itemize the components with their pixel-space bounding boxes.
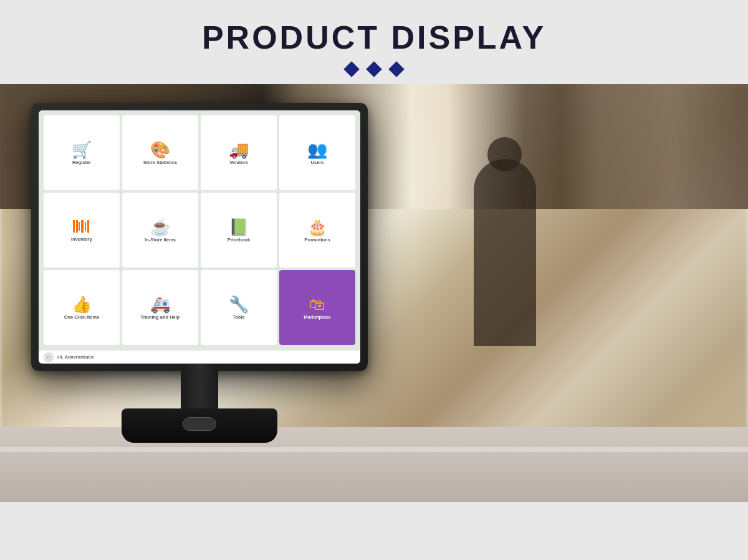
oneclick-items-icon: 👍	[72, 296, 92, 312]
app-grid: 🛒 Register 🎨 Store Statistics 🚚 Vendors	[39, 110, 360, 350]
user-icon: ←	[44, 352, 54, 362]
users-icon: 👥	[307, 142, 327, 158]
promotions-label: Promotions	[304, 237, 330, 243]
grid-item-oneclick-items[interactable]: 👍 One-Click Items	[44, 270, 120, 345]
training-help-icon: 🚑	[150, 296, 170, 312]
instore-items-icon: ☕	[150, 219, 170, 235]
screen-status-bar: ← Hi, Administrator	[39, 350, 360, 364]
grid-item-register[interactable]: 🛒 Register	[44, 115, 120, 190]
store-statistics-icon: 🎨	[150, 142, 170, 158]
grid-item-pricebook[interactable]: 📗 Pricebook	[201, 193, 277, 268]
svg-rect-4	[85, 222, 86, 231]
product-display-section: 🛒 Register 🎨 Store Statistics 🚚 Vendors	[0, 84, 748, 502]
vendors-label: Vendors	[229, 160, 248, 165]
monitor-stand-neck	[181, 364, 218, 413]
monitor-bezel: 🛒 Register 🎨 Store Statistics 🚚 Vendors	[39, 110, 360, 364]
svg-rect-0	[73, 220, 75, 233]
grid-item-store-statistics[interactable]: 🎨 Store Statistics	[122, 115, 198, 190]
grid-item-inventory[interactable]: Inventory	[44, 193, 120, 268]
pricebook-icon: 📗	[229, 219, 249, 235]
oneclick-items-label: One-Click Items	[64, 314, 100, 320]
grid-item-training-help[interactable]: 🚑 Training and Help	[122, 270, 198, 345]
instore-items-label: In-Store Items	[145, 237, 176, 243]
grid-item-users[interactable]: 👥 Users	[279, 115, 355, 190]
decorative-diamonds	[0, 64, 748, 75]
grid-item-vendors[interactable]: 🚚 Vendors	[201, 115, 277, 190]
svg-rect-2	[79, 222, 80, 231]
inventory-label: Inventory	[71, 236, 92, 242]
register-icon: 🛒	[72, 142, 92, 158]
marketplace-icon: 🛍	[309, 296, 325, 312]
training-help-label: Training and Help	[141, 314, 180, 320]
diamond-1	[343, 61, 359, 77]
grid-item-tools[interactable]: 🔧 Tools	[201, 270, 277, 345]
grid-item-promotions[interactable]: 🎂 Promotions	[279, 193, 355, 268]
tools-icon: 🔧	[229, 296, 249, 312]
page-title: PRODUCT DISPLAY	[0, 19, 748, 56]
person-body-silhouette	[474, 159, 536, 346]
vendors-icon: 🚚	[229, 142, 249, 158]
stand-slot	[183, 417, 216, 431]
diamond-2	[366, 61, 381, 77]
grid-item-instore-items[interactable]: ☕ In-Store Items	[122, 193, 198, 268]
diamond-3	[388, 61, 404, 77]
users-label: Users	[311, 160, 324, 165]
marketplace-label: Marketplace	[304, 314, 330, 320]
svg-rect-1	[76, 220, 78, 233]
inventory-icon	[73, 220, 90, 234]
promotions-icon: 🎂	[307, 219, 327, 235]
tools-label: Tools	[233, 314, 244, 320]
header-section: PRODUCT DISPLAY	[0, 0, 748, 84]
pos-screen: 🛒 Register 🎨 Store Statistics 🚚 Vendors	[39, 110, 360, 364]
greeting-text: Hi, Administrator	[57, 354, 94, 360]
monitor-outer: 🛒 Register 🎨 Store Statistics 🚚 Vendors	[31, 103, 368, 371]
svg-rect-5	[87, 220, 89, 233]
store-statistics-label: Store Statistics	[143, 160, 178, 165]
pricebook-label: Pricebook	[228, 237, 250, 243]
monitor: 🛒 Register 🎨 Store Statistics 🚚 Vendors	[31, 103, 380, 465]
svg-rect-3	[81, 220, 84, 233]
grid-item-marketplace[interactable]: 🛍 Marketplace	[279, 270, 355, 345]
register-label: Register	[72, 160, 91, 165]
